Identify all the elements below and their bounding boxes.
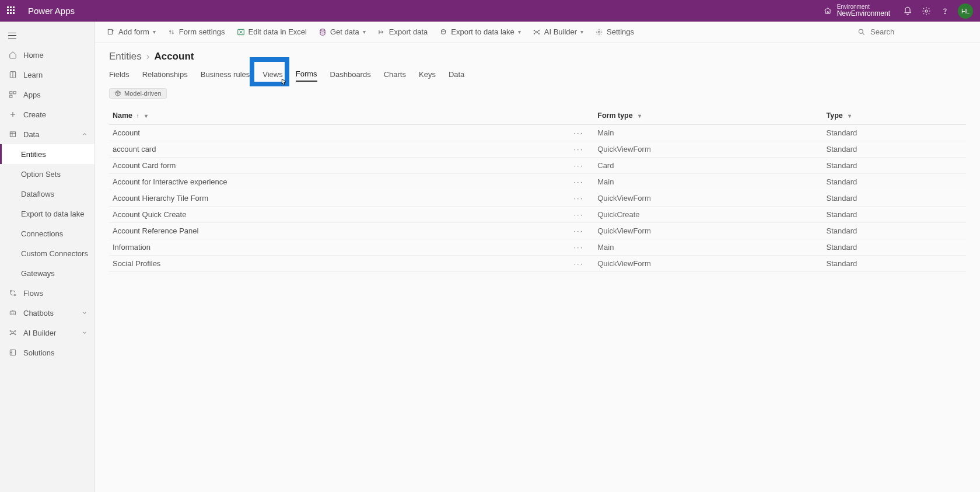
breadcrumb-parent[interactable]: Entities: [109, 51, 142, 62]
table-row[interactable]: Account for Interactive experience···Mai…: [109, 174, 966, 190]
cell-name: Account Hierarchy Tile Form: [109, 190, 570, 207]
sidebar-item-chatbots[interactable]: Chatbots: [0, 303, 94, 323]
row-more-icon[interactable]: ···: [570, 125, 594, 141]
sidebar-item-home[interactable]: Home: [0, 45, 94, 65]
tab-views[interactable]: Views: [262, 68, 282, 81]
cell-type: Standard: [823, 207, 966, 223]
app-launcher-icon[interactable]: [7, 6, 16, 16]
table-row[interactable]: Account Quick Create···QuickCreateStanda…: [109, 207, 966, 223]
plus-icon: [8, 110, 18, 119]
sidebar: Home Learn Apps Create Data: [0, 22, 95, 492]
svg-rect-7: [10, 132, 15, 137]
table-row[interactable]: account card···QuickViewFormStandard: [109, 141, 966, 158]
cmd-label: Edit data in Excel: [249, 27, 307, 36]
chevron-down-icon: [82, 309, 88, 317]
header-label: Type: [827, 111, 843, 120]
sidebar-item-label: Home: [23, 51, 44, 60]
command-bar: Add form ▾ Form settings Edit data in Ex…: [95, 22, 980, 43]
edit-excel-button[interactable]: Edit data in Excel: [237, 27, 307, 36]
sidebar-item-entities[interactable]: Entities: [0, 144, 94, 164]
svg-point-22: [442, 29, 446, 31]
row-more-icon[interactable]: ···: [570, 239, 594, 256]
tab-business-rules[interactable]: Business rules: [201, 68, 250, 81]
sidebar-item-custom-connectors[interactable]: Custom Connectors: [0, 243, 94, 263]
tab-relationships[interactable]: Relationships: [142, 68, 188, 81]
row-more-icon[interactable]: ···: [570, 256, 594, 272]
form-settings-button[interactable]: Form settings: [167, 27, 225, 36]
sidebar-item-label: Learn: [23, 71, 43, 79]
sidebar-item-data[interactable]: Data: [0, 124, 94, 144]
search-box[interactable]: [858, 27, 968, 36]
sidebar-item-dataflows[interactable]: Dataflows: [0, 184, 94, 204]
cell-form-type: Card: [594, 158, 822, 174]
cell-form-type: QuickViewForm: [594, 223, 822, 239]
table-row[interactable]: Social Profiles···QuickViewFormStandard: [109, 256, 966, 272]
svg-point-9: [14, 294, 15, 295]
ai-builder-button[interactable]: AI Builder ▾: [533, 27, 583, 36]
sidebar-item-export-data-lake[interactable]: Export to data lake: [0, 204, 94, 224]
sidebar-item-connections[interactable]: Connections: [0, 224, 94, 243]
sidebar-item-label: Gateways: [21, 269, 55, 278]
database-icon: [318, 28, 327, 36]
sidebar-item-gateways[interactable]: Gateways: [0, 263, 94, 283]
search-input[interactable]: [870, 27, 968, 36]
tab-data[interactable]: Data: [449, 68, 464, 81]
settings-button[interactable]: Settings: [595, 27, 634, 36]
tab-keys[interactable]: Keys: [419, 68, 436, 81]
notifications-icon[interactable]: [898, 2, 917, 20]
sort-asc-icon: ↑: [136, 113, 139, 119]
svg-point-25: [538, 30, 540, 31]
row-more-icon[interactable]: ···: [570, 141, 594, 158]
svg-point-27: [538, 33, 540, 34]
gear-icon: [595, 28, 603, 36]
col-name-header[interactable]: Name ↑ ▾: [109, 107, 570, 125]
svg-rect-5: [13, 92, 16, 94]
export-data-button[interactable]: Export data: [377, 27, 428, 36]
svg-point-0: [827, 11, 828, 13]
row-more-icon[interactable]: ···: [570, 207, 594, 223]
environment-label: Environment: [837, 4, 890, 10]
settings-gear-icon[interactable]: [917, 2, 936, 20]
chevron-down-icon: ▾: [145, 113, 148, 119]
chatbot-icon: [8, 308, 18, 317]
row-more-icon[interactable]: ···: [570, 174, 594, 190]
sidebar-item-label: Flows: [23, 289, 43, 298]
apps-icon: [8, 90, 18, 99]
environment-switcher[interactable]: Environment NewEnvironment: [823, 4, 890, 18]
tab-fields[interactable]: Fields: [109, 68, 130, 81]
tab-forms[interactable]: Forms: [296, 67, 317, 82]
sidebar-item-apps[interactable]: Apps: [0, 85, 94, 104]
svg-rect-6: [10, 95, 12, 97]
table-row[interactable]: Account···MainStandard: [109, 125, 966, 141]
model-driven-chip[interactable]: Model-driven: [109, 88, 167, 99]
sidebar-item-flows[interactable]: Flows: [0, 283, 94, 303]
sidebar-item-learn[interactable]: Learn: [0, 65, 94, 85]
search-icon: [858, 28, 866, 36]
sidebar-item-ai-builder[interactable]: AI Builder: [0, 323, 94, 343]
cmd-label: Export to data lake: [451, 27, 514, 36]
tab-charts[interactable]: Charts: [384, 68, 406, 81]
sidebar-toggle[interactable]: [0, 26, 94, 45]
sidebar-item-solutions[interactable]: Solutions: [0, 343, 94, 362]
svg-point-26: [534, 33, 535, 34]
sidebar-item-option-sets[interactable]: Option Sets: [0, 164, 94, 184]
row-more-icon[interactable]: ···: [570, 190, 594, 207]
table-row[interactable]: Account Card form···CardStandard: [109, 158, 966, 174]
sidebar-item-create[interactable]: Create: [0, 104, 94, 124]
help-icon[interactable]: [936, 2, 954, 20]
row-more-icon[interactable]: ···: [570, 158, 594, 174]
table-row[interactable]: Account Hierarchy Tile Form···QuickViewF…: [109, 190, 966, 207]
svg-point-24: [534, 30, 535, 31]
row-more-icon[interactable]: ···: [570, 223, 594, 239]
col-formtype-header[interactable]: Form type ▾: [594, 107, 822, 125]
sidebar-item-label: Apps: [23, 90, 41, 99]
add-form-button[interactable]: Add form ▾: [107, 27, 156, 36]
col-type-header[interactable]: Type ▾: [823, 107, 966, 125]
table-row[interactable]: Information···MainStandard: [109, 239, 966, 256]
chevron-up-icon: [82, 130, 88, 139]
user-avatar[interactable]: HL: [958, 4, 973, 19]
export-lake-button[interactable]: Export to data lake ▾: [439, 27, 520, 36]
tab-dashboards[interactable]: Dashboards: [330, 68, 371, 81]
table-row[interactable]: Account Reference Panel···QuickViewFormS…: [109, 223, 966, 239]
get-data-button[interactable]: Get data ▾: [318, 27, 366, 36]
